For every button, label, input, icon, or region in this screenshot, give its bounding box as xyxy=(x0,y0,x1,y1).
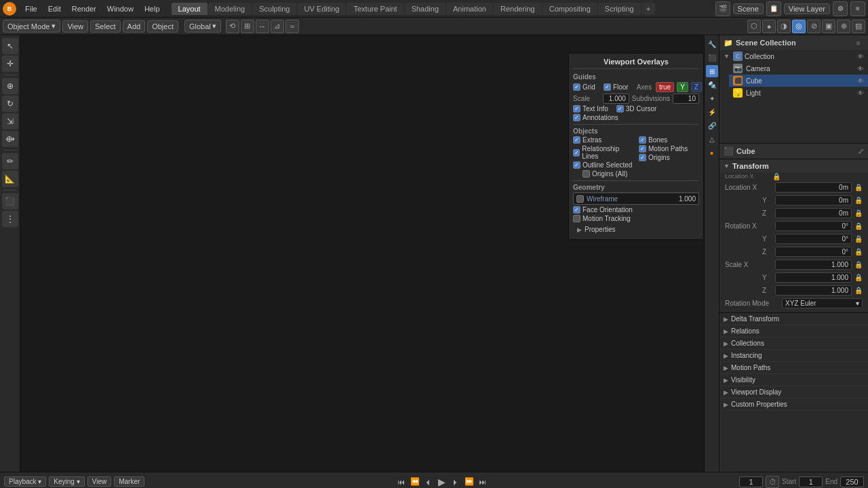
play-btn[interactable]: ▶ xyxy=(436,476,448,488)
view-layer-icon[interactable]: 📋 xyxy=(766,1,781,16)
motion-paths-header[interactable]: ▶ Motion Paths xyxy=(719,362,868,373)
end-frame-box[interactable]: 250 xyxy=(840,476,864,487)
bones-checkbox[interactable] xyxy=(639,136,646,144)
tool-transform[interactable]: ⟴ xyxy=(2,131,18,147)
prop-transform-icon[interactable]: ⊞ xyxy=(706,65,718,77)
prev-frame-btn[interactable]: ⏪ xyxy=(409,476,421,488)
delta-transform-header[interactable]: ▶ Delta Transform xyxy=(719,313,868,325)
prop-constraint-icon[interactable]: 🔗 xyxy=(706,119,718,131)
loc-y-lock[interactable]: 🔒 xyxy=(854,197,863,204)
loc-z-value[interactable]: 0m xyxy=(775,208,852,218)
prop-modifier-icon[interactable]: 🔩 xyxy=(706,79,718,91)
tool-add-cube[interactable]: ⬛ xyxy=(2,193,18,209)
start-frame-box[interactable]: 1 xyxy=(799,476,823,487)
next-frame-btn[interactable]: ⏩ xyxy=(463,476,475,488)
axis-y-btn[interactable]: Y xyxy=(677,82,688,92)
tool-move[interactable]: ⊕ xyxy=(2,78,18,94)
scale-y-lock[interactable]: 🔒 xyxy=(854,274,863,281)
scene-icon-btn[interactable]: 🎬 xyxy=(715,1,730,16)
custom-props-header[interactable]: ▶ Custom Properties xyxy=(719,399,868,410)
scale-x-value[interactable]: 1.000 xyxy=(775,260,852,270)
view-tl-btn[interactable]: View xyxy=(87,476,112,487)
motion-paths-checkbox[interactable] xyxy=(639,145,646,152)
menu-file[interactable]: File xyxy=(20,3,42,14)
floor-checkbox[interactable] xyxy=(604,83,611,91)
menu-window[interactable]: Window xyxy=(102,3,138,14)
transform-icon-3[interactable]: ↔ xyxy=(256,20,269,33)
cursor3d-checkbox[interactable] xyxy=(616,105,624,113)
camera-eye-icon[interactable]: 👁 xyxy=(857,65,864,73)
object-mode-selector[interactable]: Object Mode ▾ xyxy=(3,20,60,33)
outliner-filter[interactable]: ≡ xyxy=(853,37,864,48)
scale-y-value[interactable]: 1.000 xyxy=(775,272,852,283)
rot-x-value[interactable]: 0° xyxy=(775,221,852,231)
visibility-header[interactable]: ▶ Visibility xyxy=(719,374,868,386)
grid-checkbox[interactable] xyxy=(573,83,580,91)
loc-y-value[interactable]: 0m xyxy=(775,195,852,205)
tab-add[interactable]: + xyxy=(642,3,655,15)
tab-rendering[interactable]: Rendering xyxy=(494,3,542,15)
prop-tool-icon[interactable]: 🔧 xyxy=(706,38,718,50)
tool-extra[interactable]: ⋮ xyxy=(2,211,18,227)
outliner-light-item[interactable]: 💡 Light 👁 xyxy=(729,87,868,99)
prop-expand-icon[interactable]: ⤢ xyxy=(858,147,864,156)
outline-checkbox[interactable] xyxy=(573,161,580,169)
rot-z-lock[interactable]: 🔒 xyxy=(854,248,863,256)
rot-z-value[interactable]: 0° xyxy=(775,247,852,257)
current-frame-box[interactable]: 1 xyxy=(739,476,763,487)
transform-icon-1[interactable]: ⟲ xyxy=(226,20,239,33)
collections-header[interactable]: ▶ Collections xyxy=(719,338,868,349)
face-orientation-checkbox[interactable] xyxy=(573,206,580,214)
prev-keyframe-btn[interactable]: ⏴ xyxy=(422,476,435,488)
rot-x-lock[interactable]: 🔒 xyxy=(854,222,863,230)
wireframe-checkbox[interactable] xyxy=(576,195,584,203)
instancing-header[interactable]: ▶ Instancing xyxy=(719,350,868,361)
object-btn[interactable]: Object xyxy=(147,20,178,33)
scale-z-value[interactable]: 1.000 xyxy=(775,285,852,296)
tab-animation[interactable]: Animation xyxy=(446,3,493,15)
outliner-cube-item[interactable]: ⬛ Cube 👁 xyxy=(729,75,868,87)
tool-annotate[interactable]: ✏ xyxy=(2,153,18,169)
loc-z-lock[interactable]: 🔒 xyxy=(854,209,863,217)
jump-end-btn[interactable]: ⏭ xyxy=(477,476,489,488)
playback-btn[interactable]: Playback ▾ xyxy=(4,476,46,487)
shading-btn-material[interactable]: ◑ xyxy=(777,20,791,33)
loc-x-lock2[interactable]: 🔒 xyxy=(854,184,863,191)
filter-icon[interactable]: ≡ xyxy=(850,1,865,16)
origins-all-checkbox[interactable] xyxy=(583,170,590,178)
add-btn[interactable]: Add xyxy=(123,20,146,33)
keying-btn[interactable]: Keying ▾ xyxy=(49,476,84,487)
relations-header[interactable]: ▶ Relations xyxy=(719,325,868,337)
outliner-collection-item[interactable]: ▼ C Collection 👁 xyxy=(719,50,868,62)
shading-btn-solid[interactable]: ● xyxy=(762,20,776,33)
motion-tracking-checkbox[interactable] xyxy=(573,215,580,222)
tool-cursor[interactable]: ✛ xyxy=(2,56,18,72)
tab-texture-paint[interactable]: Texture Paint xyxy=(347,3,403,15)
overlay-wireframe-btn[interactable]: ⬡ xyxy=(747,20,761,33)
marker-btn[interactable]: Marker xyxy=(114,476,144,487)
gizmo-btn[interactable]: ⊕ xyxy=(837,20,850,33)
text-info-checkbox[interactable] xyxy=(573,105,580,113)
transform-section-header[interactable]: ▼ Transform xyxy=(719,159,868,173)
tab-scripting[interactable]: Scripting xyxy=(598,3,641,15)
viewport-overlays-btn[interactable]: ⊘ xyxy=(807,20,821,33)
shading-btn-rendered[interactable]: ◎ xyxy=(792,20,806,33)
cube-eye-icon[interactable]: 👁 xyxy=(857,77,864,85)
menu-edit[interactable]: Edit xyxy=(43,3,66,14)
tool-scale[interactable]: ⇲ xyxy=(2,113,18,129)
outliner-camera-item[interactable]: 📷 Camera 👁 xyxy=(729,62,868,75)
tab-uv-editing[interactable]: UV Editing xyxy=(297,3,346,15)
rot-y-value[interactable]: 0° xyxy=(775,234,852,244)
settings-icon[interactable]: ⚙ xyxy=(833,1,848,16)
tool-measure[interactable]: 📐 xyxy=(2,171,18,187)
tab-sculpting[interactable]: Sculpting xyxy=(252,3,296,15)
wireframe-bar[interactable]: Wireframe 1.000 xyxy=(573,192,699,205)
jump-start-btn[interactable]: ⏮ xyxy=(395,476,408,488)
tool-rotate[interactable]: ↻ xyxy=(2,96,18,112)
rel-lines-checkbox[interactable] xyxy=(573,149,580,157)
next-keyframe-btn[interactable]: ⏵ xyxy=(450,476,462,488)
view-btn[interactable]: View xyxy=(62,20,88,33)
light-eye-icon[interactable]: 👁 xyxy=(857,89,864,97)
tab-modeling[interactable]: Modeling xyxy=(208,3,252,15)
origins-checkbox[interactable] xyxy=(639,154,646,161)
